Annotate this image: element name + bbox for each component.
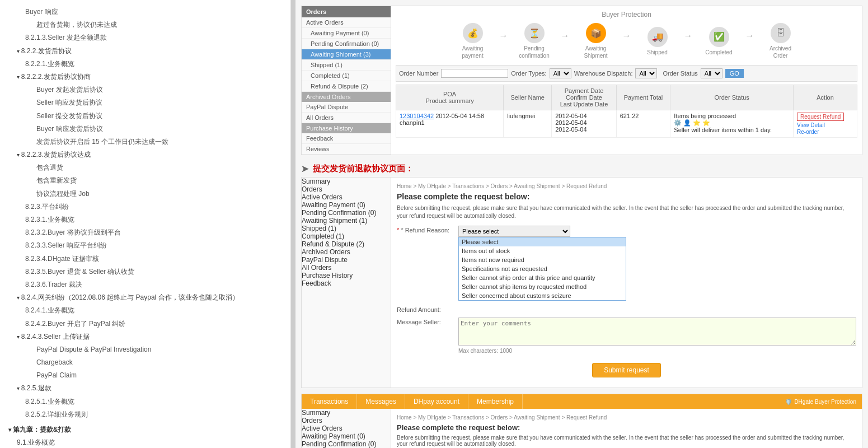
- bp-label-awaiting-payment: Awaitingpayment: [462, 45, 483, 59]
- toc-item-8213[interactable]: 8.2.1.3.Seller 发起全额退款: [8, 31, 282, 44]
- toc-item-seller-resp[interactable]: Seller 响应发货后协议: [8, 96, 282, 109]
- bp-arrow-5: →: [745, 31, 754, 41]
- toc-item-reship[interactable]: 包含重新发货: [8, 174, 282, 187]
- opt-please-select[interactable]: Please select: [459, 237, 626, 246]
- bp-icon-archived: 🗄: [771, 23, 791, 43]
- go-button[interactable]: GO: [725, 69, 744, 78]
- form1-nav-await-ship[interactable]: Awaiting Shipment (1): [302, 217, 391, 225]
- toc-item-8223[interactable]: 8.2.2.3.发货后协议达成: [8, 148, 282, 161]
- bp-label-awaiting-shipment: AwaitingShipment: [584, 45, 607, 59]
- toc-item-823[interactable]: 8.2.3.平台纠纷: [8, 200, 282, 213]
- form1-nav-refund[interactable]: Refund & Dispute (2): [302, 240, 391, 248]
- form1-nav-orders[interactable]: Orders: [302, 185, 391, 193]
- toc-item-825[interactable]: 8.2.5.退款: [8, 382, 282, 395]
- toc-item-paypal-claim[interactable]: PayPal Claim: [8, 369, 282, 382]
- nav-pending-confirmation[interactable]: Pending Confirmation (0): [302, 39, 391, 49]
- opt-cannot-ship-method[interactable]: Seller cannot ship items by requested me…: [459, 282, 626, 291]
- toc-item-8241[interactable]: 8.2.4.1.业务概览: [8, 304, 282, 317]
- toc-item-8251[interactable]: 8.2.5.1.业务概览: [8, 395, 282, 408]
- bp-arrow-3: →: [622, 31, 631, 41]
- request-refund-button[interactable]: Request Refund: [797, 113, 844, 121]
- toc-item-buyer-init[interactable]: Buyer 发起发货后协议: [8, 83, 282, 96]
- form1-nav-completed[interactable]: Completed (1): [302, 232, 391, 240]
- toc-item-seller-submit[interactable]: Seller 提交发货后协议: [8, 110, 282, 123]
- toc-item-8236[interactable]: 8.2.3.6.Trader 裁决: [8, 278, 282, 291]
- toc-item-824[interactable]: 8.2.4.网关纠纷（2012.08.06 起终止与 Paypal 合作，该业务…: [8, 291, 282, 304]
- bp-arrow-1: →: [499, 31, 508, 41]
- toc-item-job[interactable]: 协议流程处理 Job: [8, 188, 282, 200]
- bottom-form-note: Before submitting the request, please ma…: [397, 435, 856, 447]
- submit-button-1[interactable]: Submit request: [592, 363, 661, 377]
- form1-nav-feedback[interactable]: Feedback: [302, 279, 391, 287]
- nav-completed[interactable]: Completed (1): [302, 71, 391, 81]
- nav-paypal-dispute[interactable]: PayPal Dispute: [302, 102, 391, 113]
- toc-item-chargeback[interactable]: Chargeback: [8, 356, 282, 369]
- toc-item-91[interactable]: 9.1.业务概览: [8, 436, 282, 448]
- table-row: 1230104342 2012-05-04 14:58 chanpin1 liu…: [396, 110, 857, 138]
- nav-refund-dispute[interactable]: Refund & Dispute (2): [302, 81, 391, 92]
- order-id-link[interactable]: 1230104342: [400, 113, 434, 119]
- tab-membership[interactable]: Membership: [468, 394, 523, 409]
- nav-feedback[interactable]: Feedback: [302, 133, 391, 144]
- form1-breadcrumb: Home > My DHgate > Transactions > Orders…: [397, 183, 856, 189]
- status-note: Seller will deliver items within 1 day.: [674, 127, 790, 133]
- toc-item-8231[interactable]: 8.2.3.1.业务概览: [8, 213, 282, 226]
- toc-item-8243[interactable]: 8.2.4.3.Seller 上传证据: [8, 330, 282, 343]
- toc-item-8235[interactable]: 8.2.3.5.Buyer 退货 & Seller 确认收货: [8, 265, 282, 278]
- nav-orders-header[interactable]: Orders: [302, 6, 391, 17]
- opt-specs[interactable]: Specifications not as requested: [459, 264, 626, 273]
- tab-transactions[interactable]: Transactions: [302, 394, 357, 409]
- nav-all-orders[interactable]: All Orders: [302, 113, 391, 123]
- bottom-nav-pending[interactable]: Pending Confirmation (0): [302, 440, 391, 448]
- toc-item-8242[interactable]: 8.2.4.2.Buyer 开启了 PayPal 纠纷: [8, 318, 282, 330]
- toc-item-buyer-resp2[interactable]: Buyer 响应发货后协议: [8, 123, 282, 136]
- toc-item-overdue[interactable]: 超过备货期，协议仍未达成: [8, 18, 282, 31]
- warehouse-dispatch-select[interactable]: All: [635, 68, 657, 78]
- form1-nav-paypal[interactable]: PayPal Dispute: [302, 256, 391, 264]
- toc-item-8252[interactable]: 8.2.5.2.详细业务规则: [8, 408, 282, 421]
- toc-item-8222[interactable]: 8.2.2.2.发货后协议协商: [8, 71, 282, 83]
- nav-reviews[interactable]: Reviews: [302, 144, 391, 155]
- nav-shipped[interactable]: Shipped (1): [302, 60, 391, 71]
- opt-out-of-stock[interactable]: Items out of stock: [459, 246, 626, 255]
- refund-reason-select-1[interactable]: Please select: [458, 226, 570, 237]
- toc-item-return[interactable]: 包含退货: [8, 161, 282, 174]
- bottom-breadcrumb: Home > My DHgate > Transactions > Orders…: [397, 414, 856, 421]
- view-detail-link[interactable]: View Detail: [797, 122, 853, 128]
- opt-not-required[interactable]: Items not now required: [459, 255, 626, 264]
- refund-form-section-1: Summary Orders Active Orders Awaiting Pa…: [301, 177, 862, 388]
- message-textarea-1[interactable]: [458, 318, 856, 346]
- tab-dhpay[interactable]: DHpay account: [405, 394, 468, 409]
- nav-awaiting-shipment[interactable]: Awaiting Shipment (3): [302, 49, 391, 60]
- order-types-select[interactable]: All: [550, 68, 571, 78]
- form1-nav-pending[interactable]: Pending Confirmation (0): [302, 209, 391, 217]
- nav-awaiting-payment[interactable]: Awaiting Payment (0): [302, 28, 391, 39]
- toc-item-8234[interactable]: 8.2.3.4.DHgate 证据审核: [8, 253, 282, 265]
- toc-item-buyer-response[interactable]: Buyer 响应: [8, 6, 282, 18]
- bottom-nav-orders[interactable]: Orders: [302, 417, 391, 424]
- toc-item-822[interactable]: 8.2.2.发货后协议: [8, 45, 282, 58]
- toc-item-15days[interactable]: 发货后协议开启后 15 个工作日仍未达成一致: [8, 136, 282, 148]
- tab-messages[interactable]: Messages: [357, 394, 405, 409]
- order-date-val: 2012-05-04 14:58: [435, 113, 484, 119]
- nav-active-orders[interactable]: Active Orders: [302, 17, 391, 28]
- bottom-nav-await-pay[interactable]: Awaiting Payment (0): [302, 432, 391, 440]
- opt-customs[interactable]: Seller concerned about customs seizure: [459, 291, 626, 300]
- form1-nav-shipped[interactable]: Shipped (1): [302, 225, 391, 232]
- order-number-input[interactable]: [441, 69, 508, 78]
- reorder-link[interactable]: Re-order: [797, 129, 819, 135]
- toc-item-8221[interactable]: 8.2.2.1.业务概览: [8, 58, 282, 71]
- bottom-nav-active[interactable]: Active Orders: [302, 424, 391, 432]
- opt-cannot-ship-price[interactable]: Seller cannot ship order at this price a…: [459, 273, 626, 282]
- status-icons: ⚙️ 👤 ⭐ ⭐: [674, 119, 790, 127]
- toc-item-chapter9[interactable]: 第九章：提款&打款: [8, 423, 282, 436]
- toc-item-paypal-dispute[interactable]: PayPal Dispute & PayPal Investigation: [8, 343, 282, 356]
- form1-nav-all[interactable]: All Orders: [302, 264, 391, 272]
- form1-refund-reason-row: * * Refund Reason: Please select Please …: [397, 226, 856, 301]
- form1-nav-await-pay[interactable]: Awaiting Payment (0): [302, 201, 391, 209]
- form1-nav-active[interactable]: Active Orders: [302, 193, 391, 201]
- toc-item-8232[interactable]: 8.2.3.2.Buyer 将协议升级到平台: [8, 226, 282, 239]
- panel-divider[interactable]: [291, 0, 295, 448]
- toc-item-8233[interactable]: 8.2.3.3.Seller 响应平台纠纷: [8, 239, 282, 252]
- order-status-select[interactable]: All: [701, 68, 722, 78]
